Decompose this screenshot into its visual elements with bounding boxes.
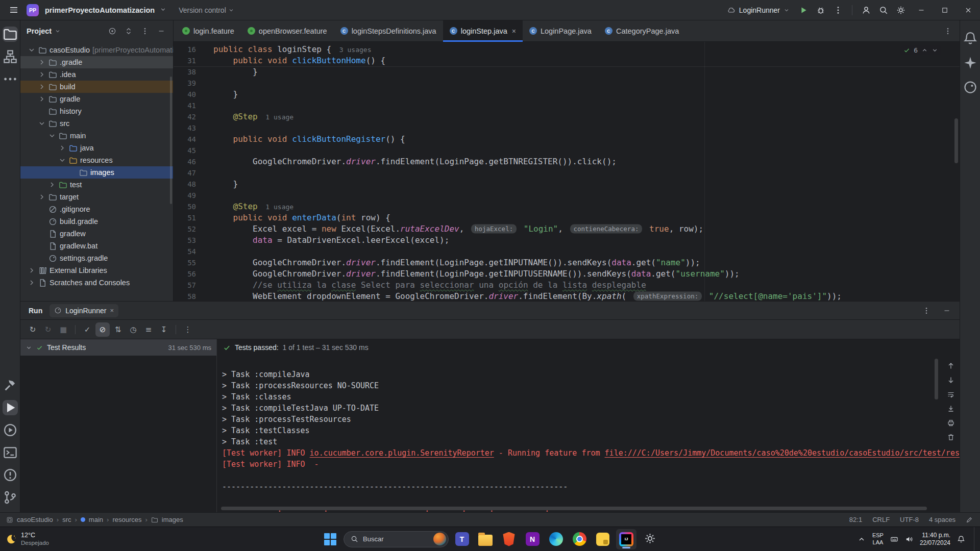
- run-window-title[interactable]: Run: [29, 307, 42, 315]
- run-panel-more-options[interactable]: [920, 304, 933, 317]
- project-tree-scrollbar[interactable]: [170, 77, 172, 204]
- tree-item-resources[interactable]: resources: [20, 154, 173, 166]
- sort-alphabetically-button[interactable]: ⇅: [111, 322, 125, 337]
- stripe-gradle-button[interactable]: [963, 80, 978, 95]
- more-options-button[interactable]: ⋮: [181, 322, 195, 337]
- tree-item-src[interactable]: src: [20, 117, 173, 130]
- tree-item-external-libraries[interactable]: External Libraries: [20, 264, 173, 277]
- tab-loginstep-java[interactable]: CloginStep.java×: [443, 20, 523, 41]
- show-ignored-button[interactable]: ⊘: [95, 322, 110, 337]
- volume-icon[interactable]: [905, 535, 913, 543]
- stripe-structure-button[interactable]: [3, 49, 18, 64]
- close-tab-icon[interactable]: ×: [512, 27, 516, 35]
- stripe-problems-button[interactable]: [3, 467, 18, 483]
- stripe-build-button[interactable]: [3, 378, 18, 393]
- notifications-bell-icon[interactable]: [957, 535, 965, 543]
- stripe-terminal-button[interactable]: [3, 445, 18, 460]
- scroll-down-icon[interactable]: [947, 376, 955, 384]
- rerun-failed-tests-button[interactable]: ↻: [41, 322, 55, 337]
- chevron-right-icon[interactable]: [38, 70, 46, 79]
- chevron-right-icon[interactable]: [28, 266, 36, 274]
- inspections-widget[interactable]: 6: [900, 45, 941, 55]
- tree-item-images[interactable]: images: [20, 166, 173, 179]
- keyboard-language-indicator[interactable]: ESP LAA: [872, 532, 884, 545]
- tree-item-gradle[interactable]: .gradle: [20, 56, 173, 68]
- tree-item-settings-gradle[interactable]: settings.gradle: [20, 252, 173, 264]
- expand-all-button[interactable]: ≡: [141, 322, 156, 337]
- breadcrumb-item-casoestudio[interactable]: casoEstudio: [17, 516, 53, 523]
- taskbar-search-input[interactable]: Buscar: [344, 531, 449, 547]
- taskbar-app-intellij[interactable]: IJ: [616, 529, 636, 549]
- tree-item-idea[interactable]: .idea: [20, 68, 173, 81]
- taskbar-app-notes[interactable]: [593, 529, 613, 549]
- chevron-right-icon[interactable]: [28, 279, 36, 287]
- encoding-indicator[interactable]: UTF-8: [900, 516, 919, 523]
- clear-all-icon[interactable]: [947, 433, 955, 441]
- tree-item-scratches-and-consoles[interactable]: Scratches and Consoles: [20, 277, 173, 289]
- taskbar-app-onenote[interactable]: N: [522, 529, 543, 549]
- breadcrumb-item-images[interactable]: images: [162, 516, 183, 523]
- tree-item-history[interactable]: history: [20, 105, 173, 117]
- tray-chevron-up-icon[interactable]: [857, 535, 866, 543]
- test-results-row[interactable]: Test Results 31 sec 530 ms: [20, 339, 216, 356]
- run-panel-hide-button[interactable]: [940, 304, 953, 317]
- chevron-right-icon[interactable]: [38, 83, 46, 91]
- close-button[interactable]: [957, 0, 980, 20]
- chevron-right-icon[interactable]: [48, 181, 56, 189]
- run-console[interactable]: > Task :compileJava> Task :processResour…: [217, 356, 960, 512]
- tab-loginpage-java[interactable]: CLoginPage.java: [523, 20, 598, 41]
- tree-item-build[interactable]: build: [20, 81, 173, 93]
- hide-tool-window-button[interactable]: [155, 24, 168, 38]
- tree-item-gradlew-bat[interactable]: gradlew.bat: [20, 240, 173, 252]
- version-control-menu[interactable]: Version control: [179, 6, 234, 14]
- taskbar-app-teams[interactable]: T: [452, 529, 472, 549]
- close-run-tab-icon[interactable]: ×: [110, 307, 114, 314]
- import-test-results-button[interactable]: ↧: [157, 322, 171, 337]
- project-panel-title[interactable]: Project: [27, 27, 52, 35]
- taskbar-app-brave[interactable]: [499, 529, 519, 549]
- chevron-down-icon[interactable]: [28, 46, 36, 54]
- chevron-down-icon[interactable]: [38, 119, 46, 128]
- taskbar-app-start[interactable]: [320, 529, 340, 549]
- next-problem-icon[interactable]: [932, 47, 938, 54]
- scroll-up-icon[interactable]: [947, 362, 955, 370]
- tree-item-main[interactable]: main: [20, 130, 173, 142]
- tree-item-gradlew[interactable]: gradlew: [20, 228, 173, 240]
- chevron-right-icon[interactable]: [58, 144, 66, 152]
- tree-item-build-gradle[interactable]: build.gradle: [20, 215, 173, 228]
- breadcrumb-item-resources[interactable]: resources: [112, 516, 141, 523]
- tree-item-test[interactable]: test: [20, 179, 173, 191]
- tab-login-feature[interactable]: login.feature: [176, 20, 241, 41]
- line-separator-indicator[interactable]: CRLF: [872, 516, 890, 523]
- prev-problem-icon[interactable]: [921, 47, 928, 54]
- editor-scrollbar[interactable]: [954, 118, 958, 163]
- tab-openbrowser-feature[interactable]: openBrowser.feature: [241, 20, 334, 41]
- maximize-button[interactable]: [933, 0, 957, 20]
- tree-item-casoestudio[interactable]: casoEstudio [primerProyectoAutomatiza: [20, 44, 173, 56]
- stripe-version-control-button[interactable]: [3, 490, 18, 505]
- run-tab-loginrunner[interactable]: LoginRunner ×: [50, 304, 118, 317]
- search-everywhere-button[interactable]: [875, 3, 892, 18]
- show-passed-button[interactable]: ✓: [80, 322, 94, 337]
- chevron-down-icon[interactable]: [48, 132, 56, 140]
- stop-button[interactable]: ■: [56, 322, 70, 337]
- expand-collapse-button[interactable]: [122, 24, 135, 38]
- rerun-tests-button[interactable]: ↻: [26, 322, 40, 337]
- soft-wrap-icon[interactable]: [947, 390, 955, 398]
- project-chevron-icon[interactable]: [160, 6, 166, 15]
- taskbar-app-chrome[interactable]: [569, 529, 590, 549]
- taskbar-clock[interactable]: 11:40 p.m. 22/07/2024: [920, 532, 950, 547]
- chevron-down-icon[interactable]: [58, 156, 66, 164]
- readonly-toggle-icon[interactable]: [966, 516, 973, 523]
- breadcrumb-item-src[interactable]: src: [62, 516, 71, 523]
- touch-keyboard-icon[interactable]: [890, 535, 898, 543]
- run-button[interactable]: [795, 3, 812, 18]
- main-menu-icon[interactable]: [6, 3, 21, 18]
- stripe-services-button[interactable]: [3, 422, 18, 438]
- select-opened-file-button[interactable]: [106, 24, 119, 38]
- tab-loginstepsdefinitions-java[interactable]: CloginStepsDefinitions.java: [334, 20, 443, 41]
- more-options-button[interactable]: [138, 24, 152, 38]
- taskbar-app-edge[interactable]: [546, 529, 566, 549]
- stripe-project-button[interactable]: [3, 27, 18, 42]
- tree-item-target[interactable]: target: [20, 191, 173, 203]
